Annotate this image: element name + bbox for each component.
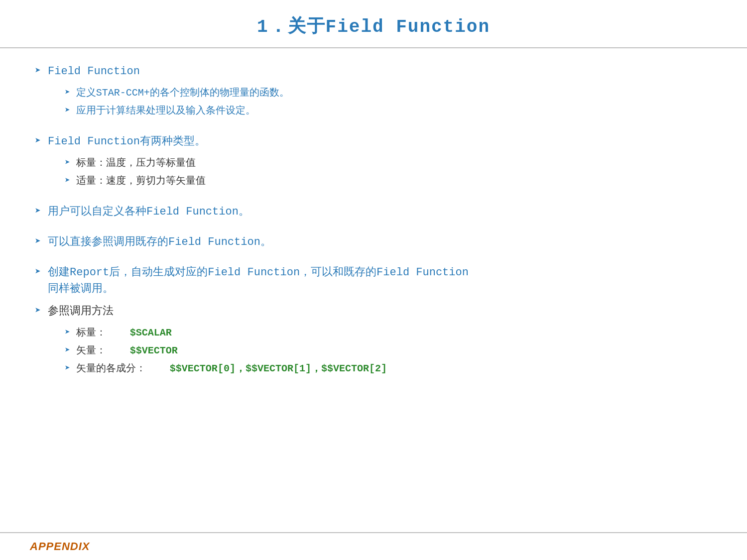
ff-report-text: 创建Report后，自动生成对应的Field Function，可以和既存的Fi…	[48, 264, 469, 297]
sub-bullets-3: ➤ 标量： $SCALAR ➤ 矢量： $$VECTOR ➤ 矢量的各成分： $…	[65, 326, 712, 379]
vector-ref-text: 矢量： $$VECTOR	[76, 343, 178, 358]
footer-label: APPENDIX	[30, 540, 90, 553]
sub-bullets-1: ➤ 定义STAR-CCM+的各个控制体的物理量的函数。 ➤ 应用于计算结果处理以…	[65, 86, 712, 121]
ff-custom-text: 用户可以自定义各种Field Function。	[48, 204, 249, 220]
gap-2	[35, 196, 712, 204]
ff-ref-text: 可以直接参照调用既存的Field Function。	[48, 234, 271, 250]
gap-3	[35, 226, 712, 234]
section-field-function: ➤ Field Function	[35, 63, 712, 80]
page-title: 1．关于Field Function	[257, 17, 490, 37]
sub-arrow-7: ➤	[65, 362, 70, 373]
section-ff-ref: ➤ 可以直接参照调用既存的Field Function。	[35, 234, 712, 250]
vector-code: $$VECTOR	[130, 345, 178, 356]
scalar-code: $SCALAR	[130, 327, 172, 338]
section-ff-custom: ➤ 用户可以自定义各种Field Function。	[35, 204, 712, 220]
scalar-text: 标量：温度，压力等标量值	[76, 156, 196, 171]
bullet-arrow-3: ➤	[35, 205, 41, 217]
page-container: 1．关于Field Function ➤ Field Function ➤ 定义…	[0, 0, 747, 560]
gap-4	[35, 256, 712, 264]
sub-item-vector: ➤ 适量：速度，剪切力等矢量值	[65, 174, 712, 189]
sub-bullets-2: ➤ 标量：温度，压力等标量值 ➤ 适量：速度，剪切力等矢量值	[65, 156, 712, 192]
sub-item-scalar-ref: ➤ 标量： $SCALAR	[65, 326, 712, 340]
sub-arrow-6: ➤	[65, 344, 70, 355]
ff-label: Field Function	[48, 63, 140, 80]
sub-item-components: ➤ 矢量的各成分： $$VECTOR[0]，$$VECTOR[1]，$$VECT…	[65, 361, 712, 376]
sub-item-scalar: ➤ 标量：温度，压力等标量值	[65, 156, 712, 171]
ff-types-label: Field Function有两种类型。	[48, 133, 206, 150]
bullet-arrow-5: ➤	[35, 265, 41, 278]
gap-1	[35, 125, 712, 133]
ff-usage-label: 参照调用方法	[48, 303, 114, 320]
sub-item-desc1: ➤ 定义STAR-CCM+的各个控制体的物理量的函数。	[65, 86, 712, 101]
vector-text: 适量：速度，剪切力等矢量值	[76, 174, 206, 189]
header: 1．关于Field Function	[0, 0, 747, 48]
bullet-arrow-4: ➤	[35, 235, 41, 247]
sub-arrow-1: ➤	[65, 87, 70, 98]
scalar-ref-text: 标量： $SCALAR	[76, 326, 172, 340]
sub-arrow-2: ➤	[65, 105, 70, 115]
ff-desc1-text: 定义STAR-CCM+的各个控制体的物理量的函数。	[76, 86, 289, 101]
footer: APPENDIX	[0, 532, 747, 560]
sub-item-vector-ref: ➤ 矢量： $$VECTOR	[65, 343, 712, 358]
section-ff-usage: ➤ 参照调用方法	[35, 303, 712, 320]
bullet-arrow-6: ➤	[35, 304, 41, 317]
section-ff-report: ➤ 创建Report后，自动生成对应的Field Function，可以和既存的…	[35, 264, 712, 297]
main-content: ➤ Field Function ➤ 定义STAR-CCM+的各个控制体的物理量…	[0, 48, 747, 532]
components-text: 矢量的各成分： $$VECTOR[0]，$$VECTOR[1]，$$VECTOR…	[76, 361, 387, 376]
sub-arrow-4: ➤	[65, 175, 70, 186]
sub-item-desc2: ➤ 应用于计算结果处理以及输入条件设定。	[65, 104, 712, 118]
bullet-arrow-1: ➤	[35, 64, 41, 77]
components-code: $$VECTOR[0]，$$VECTOR[1]，$$VECTOR[2]	[170, 363, 387, 374]
section-ff-types: ➤ Field Function有两种类型。	[35, 133, 712, 150]
sub-arrow-5: ➤	[65, 327, 70, 337]
sub-arrow-3: ➤	[65, 157, 70, 168]
ff-desc2-text: 应用于计算结果处理以及输入条件设定。	[76, 104, 255, 118]
bullet-arrow-2: ➤	[35, 134, 41, 147]
